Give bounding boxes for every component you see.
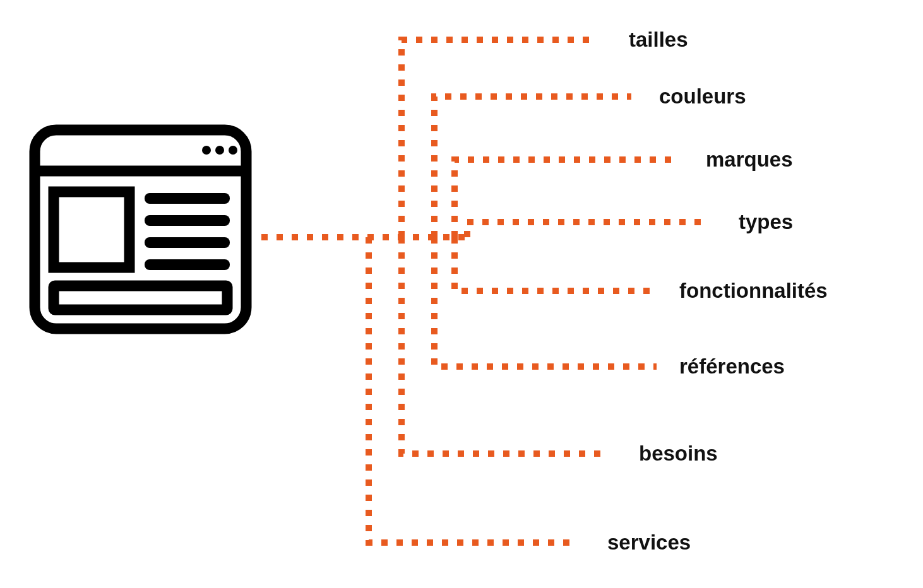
svg-point-3 (215, 146, 224, 155)
label-couleurs: couleurs (659, 85, 746, 109)
diagram-root: tailles couleurs marques types fonctionn… (0, 0, 923, 588)
svg-rect-7 (145, 215, 230, 226)
label-types: types (739, 210, 793, 234)
svg-rect-0 (35, 130, 246, 329)
label-fonctionnalites: fonctionnalités (679, 279, 828, 303)
browser-wireframe-icon (28, 117, 253, 341)
svg-rect-9 (145, 259, 230, 270)
label-references: références (679, 355, 785, 379)
label-marques: marques (706, 148, 793, 172)
label-tailles: tailles (629, 28, 688, 52)
label-besoins: besoins (639, 442, 718, 466)
svg-rect-8 (145, 237, 230, 248)
svg-point-4 (229, 146, 237, 155)
label-services: services (607, 531, 691, 555)
svg-rect-6 (145, 193, 230, 204)
svg-point-2 (202, 146, 211, 155)
svg-rect-5 (54, 192, 129, 268)
svg-rect-10 (54, 286, 227, 310)
